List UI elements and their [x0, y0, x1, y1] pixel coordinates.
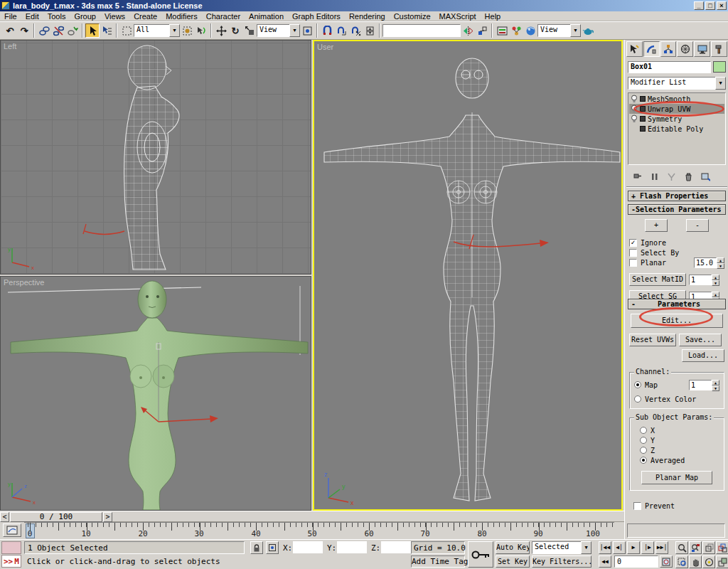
key-filter-dropdown[interactable]: Selected ▼ [532, 541, 592, 554]
matid-spinner[interactable]: 1 ▲▼ [689, 275, 719, 285]
percent-snap-button[interactable] [348, 23, 363, 38]
make-unique-button[interactable] [665, 170, 678, 183]
menu-views[interactable]: Views [100, 11, 129, 21]
grow-selection-button[interactable]: + [645, 219, 668, 232]
selection-lock-toggle[interactable] [250, 541, 263, 554]
spin-down-icon[interactable]: ▼ [717, 263, 724, 269]
reset-uvws-button[interactable]: Reset UVWs [629, 334, 676, 346]
rollout-selection-parameters[interactable]: -Selection Parameters [628, 204, 726, 215]
viewport-perspective[interactable]: Perspective [0, 276, 311, 511]
pan-button[interactable] [689, 555, 702, 568]
chevron-down-icon[interactable]: ▼ [715, 77, 726, 90]
add-time-tag-button[interactable]: Add Time Tag [411, 555, 465, 568]
rectangular-selection-region-button[interactable] [119, 23, 134, 38]
region-zoom-button[interactable] [675, 555, 688, 568]
matid-value[interactable]: 1 [689, 275, 712, 285]
tab-display[interactable] [694, 41, 710, 57]
select-object-button[interactable] [85, 23, 100, 38]
menu-animation[interactable]: Animation [245, 11, 288, 21]
time-slider-track[interactable] [112, 512, 624, 522]
menu-help[interactable]: Help [481, 11, 505, 21]
select-matid-button[interactable]: Select MatID [629, 273, 686, 286]
chevron-down-icon[interactable]: ▼ [570, 24, 581, 37]
zoom-extents-button[interactable] [702, 541, 715, 554]
go-to-start-button[interactable]: |◀◀ [599, 541, 611, 554]
planar-value[interactable]: 15.0 [694, 257, 717, 268]
spin-up-icon[interactable]: ▲ [712, 275, 719, 280]
spinner-snap-button[interactable] [363, 23, 377, 38]
y-radio[interactable] [640, 437, 647, 444]
vertex-color-radio[interactable] [634, 395, 641, 403]
material-editor-button[interactable] [523, 23, 537, 38]
arc-rotate-button[interactable] [702, 555, 715, 568]
undo-button[interactable]: ↶ [3, 23, 17, 38]
modifier-list-dropdown[interactable]: Modifier List ▼ [628, 77, 726, 90]
tab-motion[interactable] [677, 41, 693, 57]
shrink-selection-button[interactable]: - [686, 219, 709, 232]
stack-item-editable-poly[interactable]: Editable Poly [629, 124, 724, 134]
x-coord-input[interactable] [293, 541, 323, 553]
tab-modify[interactable] [643, 41, 660, 57]
menu-file[interactable]: File [0, 11, 21, 21]
spin-down-icon[interactable]: ▼ [712, 385, 719, 391]
map-channel-spinner[interactable]: 1 ▲▼ [689, 380, 719, 390]
zoom-all-button[interactable] [689, 541, 702, 554]
menu-maxscript[interactable]: MAXScript [435, 11, 481, 21]
snap-toggle-button[interactable] [320, 23, 334, 38]
align-button[interactable] [475, 23, 489, 38]
min-max-toggle-button[interactable] [716, 555, 728, 568]
track-view-button[interactable] [495, 23, 509, 38]
macro-recorder-field[interactable] [1, 541, 21, 554]
current-frame-field[interactable] [614, 555, 658, 568]
select-by-name-button[interactable] [100, 23, 114, 38]
set-keys-button[interactable] [468, 541, 493, 568]
x-radio[interactable] [640, 427, 647, 434]
stack-item-symmetry[interactable]: Symmetry [629, 114, 724, 124]
key-mode-toggle[interactable]: ◀◀ [599, 555, 611, 568]
mirror-button[interactable] [461, 23, 475, 38]
select-and-link-button[interactable] [37, 23, 51, 38]
spin-up-icon[interactable]: ▲ [717, 257, 724, 263]
menu-modifiers[interactable]: Modifiers [161, 11, 202, 21]
mini-curve-editor-button[interactable] [3, 523, 21, 537]
stack-item-unwrap-uvw[interactable]: Unwrap UVW [629, 104, 724, 114]
close-button[interactable]: × [717, 1, 727, 10]
zoom-extents-all-button[interactable] [716, 541, 728, 554]
time-configuration-button[interactable] [660, 555, 673, 568]
select-and-manipulate-button[interactable] [194, 23, 208, 38]
next-frame-arrow[interactable]: > [103, 512, 112, 522]
spin-up-icon[interactable]: ▲ [712, 292, 719, 297]
minimize-button[interactable]: _ [694, 1, 704, 10]
map-channel-value[interactable]: 1 [689, 380, 712, 390]
load-uvws-button[interactable]: Load... [682, 349, 724, 362]
title-bar[interactable]: lara_body_t.max - 3ds max 5 - Stand-alon… [0, 0, 728, 11]
save-uvws-button[interactable]: Save... [679, 334, 722, 346]
menu-tools[interactable]: Tools [43, 11, 70, 21]
edit-uvws-button[interactable]: Edit... [631, 314, 723, 328]
menu-rendering[interactable]: Rendering [345, 11, 390, 21]
maxscript-mini-listener[interactable]: >> M [1, 555, 21, 568]
selection-filter-dropdown[interactable]: All ▼ [134, 24, 180, 37]
averaged-radio[interactable] [640, 457, 647, 464]
angle-snap-button[interactable] [334, 23, 348, 38]
configure-modifier-sets-button[interactable] [699, 170, 712, 183]
schematic-view-button[interactable] [509, 23, 523, 38]
zoom-button[interactable] [675, 541, 688, 554]
restore-button[interactable]: □ [705, 1, 715, 10]
menu-group[interactable]: Group [70, 11, 100, 21]
object-color-swatch[interactable] [713, 61, 726, 73]
play-button[interactable]: ▶ [627, 541, 640, 554]
map-channel-radio[interactable] [634, 381, 641, 388]
key-filters-button[interactable]: Key Filters... [532, 555, 592, 568]
absolute-offset-toggle[interactable] [266, 541, 279, 554]
tab-hierarchy[interactable] [660, 41, 677, 57]
previous-frame-button[interactable]: ◀| [613, 541, 626, 554]
tab-utilities[interactable] [711, 41, 727, 57]
reference-coordinate-dropdown[interactable]: View ▼ [257, 24, 300, 37]
timeline-ruler[interactable]: 0 10 20 30 40 50 60 70 80 90 100 [24, 522, 614, 539]
y-coord-input[interactable] [337, 541, 367, 553]
go-to-end-button[interactable]: ▶▶| [655, 541, 668, 554]
named-selection-input[interactable] [382, 24, 461, 37]
spin-up-icon[interactable]: ▲ [712, 380, 719, 385]
remove-modifier-button[interactable] [682, 170, 695, 183]
